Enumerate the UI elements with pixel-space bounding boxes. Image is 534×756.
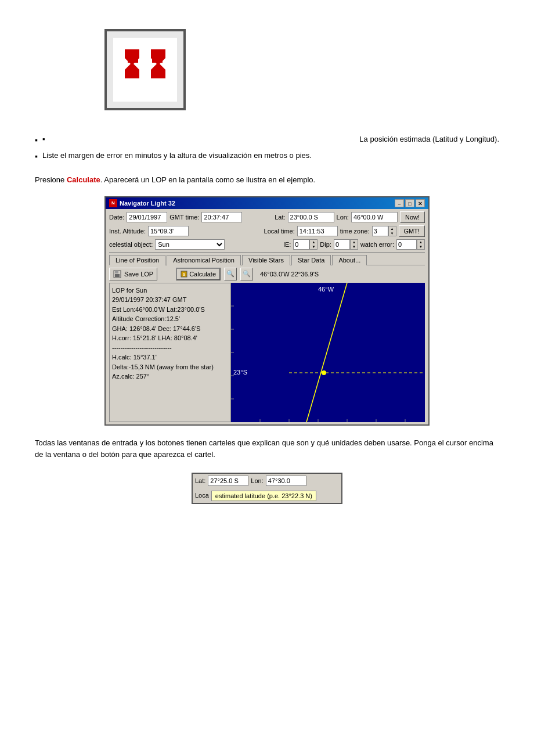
lop-line-10: Az.calc: 257° [112, 372, 228, 381]
celestial-select[interactable]: Sun [155, 239, 225, 250]
tooltip-window: Lat: Lon: Loca estimated latitude (p.e. … [192, 473, 342, 504]
bullet-list: ▪ La posición estimada (Latitud y Longit… [35, 134, 499, 163]
tooltip-demo: Lat: Lon: Loca estimated latitude (p.e. … [35, 473, 499, 504]
ie-label: IE: [283, 241, 291, 248]
svg-point-15 [322, 370, 326, 375]
lop-line-4: Altitude Correction:12.5' [112, 314, 228, 324]
calculate-label: Calculate [189, 271, 216, 278]
tooltip-lat-label: Lat: [195, 477, 205, 484]
navigator-window: N Navigator Light 32 – □ ✕ Date: GMT tim… [104, 196, 430, 426]
logo-box [104, 29, 186, 110]
dip-up[interactable]: ▲ [351, 240, 358, 244]
celestial-label: celestial object: [109, 241, 153, 248]
timezone-input[interactable] [372, 226, 388, 236]
lop-line-1: LOP for Sun [112, 286, 228, 296]
svg-rect-10 [115, 274, 120, 277]
app-icon: N [109, 199, 117, 207]
close-button[interactable]: ✕ [416, 199, 425, 207]
save-lop-label: Save LOP [124, 271, 153, 278]
ie-down[interactable]: ▼ [310, 244, 317, 249]
local-input[interactable] [297, 226, 338, 236]
tooltip-lat-input[interactable] [208, 476, 248, 486]
para1-rest: . Aparecerá un LOP en la pantalla como s… [100, 175, 315, 184]
bullet-icon-1: ▪ [42, 134, 45, 145]
bottom-paragraph: Todas las ventanas de entrada y los boto… [35, 437, 499, 462]
tab-about[interactable]: About... [332, 255, 367, 265]
gmt-label: GMT time: [169, 214, 199, 221]
watch-down[interactable]: ▼ [417, 244, 424, 249]
watch-spin-buttons: ▲ ▼ [417, 239, 425, 250]
nav-body: Date: GMT time: Lat: Lon: Now! Inst. Alt… [106, 209, 428, 424]
timezone-down[interactable]: ▼ [389, 231, 396, 236]
tab-line-of-position[interactable]: Line of Position [109, 255, 165, 265]
watch-input[interactable] [396, 239, 417, 250]
watch-spinner[interactable]: ▲ ▼ [396, 239, 425, 250]
lop-line-3: Est Lon:46°00.0'W Lat:23°00.0'S [112, 305, 228, 315]
svg-marker-7 [151, 49, 165, 78]
lon-label: Lon: [337, 214, 349, 221]
dip-spinner[interactable]: ▲ ▼ [334, 239, 358, 250]
svg-marker-6 [125, 49, 139, 78]
map-svg [231, 283, 425, 422]
calc-icon: $ [181, 271, 187, 278]
toolbar-coords: 46°03.0'W 22°36.9'S [260, 271, 319, 278]
tooltip-row-1: Lat: Lon: [193, 474, 341, 488]
date-label: Date: [109, 214, 124, 221]
para1-highlight: Calculate [67, 175, 100, 184]
local-label: Local time: [264, 228, 295, 235]
lon-input[interactable] [351, 212, 398, 222]
dip-down[interactable]: ▼ [351, 244, 358, 249]
nav-tabs: Line of Position Astronomical Position V… [109, 254, 425, 265]
ie-spin-buttons: ▲ ▼ [309, 239, 317, 250]
ie-spinner[interactable]: ▲ ▼ [293, 239, 317, 250]
timezone-spinner[interactable]: ▲ ▼ [372, 226, 396, 236]
tooltip-lon-input[interactable] [266, 476, 306, 486]
tab-astronomical-position[interactable]: Astronomical Position [167, 255, 241, 265]
nav-map-panel: 46°W 23°S [231, 283, 425, 422]
timezone-label: time zone: [340, 228, 370, 235]
tooltip-lon-label: Lon: [251, 477, 263, 484]
zoom-out-button[interactable]: 🔍 [240, 268, 253, 280]
save-lop-button[interactable]: Save LOP [109, 268, 157, 280]
title-buttons: – □ ✕ [395, 199, 425, 207]
timezone-up[interactable]: ▲ [389, 226, 396, 231]
ie-up[interactable]: ▲ [310, 240, 317, 244]
svg-line-13 [306, 283, 347, 422]
watch-up[interactable]: ▲ [417, 240, 424, 244]
nav-content: LOP for Sun 29/01/1997 20:37:47 GMT Est … [109, 283, 425, 422]
nav-text-panel: LOP for Sun 29/01/1997 20:37:47 GMT Est … [109, 283, 231, 422]
map-label-46w: 46°W [318, 286, 334, 293]
lop-line-6: H.corr: 15°21.8' LHA: 80°08.4' [112, 333, 228, 343]
nav-row-2: Inst. Altitude: Local time: time zone: ▲… [109, 225, 425, 237]
zoom-in-icon: 🔍 [226, 270, 234, 278]
inst-input[interactable] [148, 226, 189, 236]
save-icon [113, 270, 122, 278]
dip-input[interactable] [334, 239, 350, 250]
bullet-item-2: ▪ Liste el margen de error en minutos y … [35, 150, 499, 163]
nav-title-left: N Navigator Light 32 [109, 199, 175, 207]
lop-line-2: 29/01/1997 20:37:47 GMT [112, 295, 228, 305]
zoom-in-button[interactable]: 🔍 [224, 268, 237, 280]
logo-inner [113, 38, 177, 102]
gmt-button[interactable]: GMT! [399, 225, 425, 237]
tab-visible-stars[interactable]: Visible Stars [242, 255, 290, 265]
lat-input[interactable] [288, 212, 334, 222]
bullet-item-1: ▪ La posición estimada (Latitud y Longit… [35, 134, 499, 146]
date-input[interactable] [127, 212, 167, 222]
maximize-button[interactable]: □ [405, 199, 414, 207]
lop-line-9: Delta:-15,3 NM (away from the star) [112, 362, 228, 372]
inst-label: Inst. Altitude: [109, 228, 146, 235]
nav-titlebar: N Navigator Light 32 – □ ✕ [106, 197, 428, 209]
now-button[interactable]: Now! [400, 211, 425, 223]
calculate-button[interactable]: $ Calculate [176, 268, 221, 280]
tab-star-data[interactable]: Star Data [291, 255, 331, 265]
lop-line-8: H.calc: 15°37.1' [112, 352, 228, 362]
gmt-input[interactable] [201, 212, 242, 222]
window-title: Navigator Light 32 [120, 200, 175, 207]
ie-input[interactable] [293, 239, 309, 250]
timezone-spin-buttons: ▲ ▼ [388, 226, 396, 236]
paragraph-1: Presione Calculate. Aparecerá un LOP en … [35, 174, 499, 186]
logo-svg [122, 46, 168, 93]
nav-toolbar: Save LOP $ Calculate 🔍 🔍 46°03.0'W 22°36… [109, 268, 425, 280]
minimize-button[interactable]: – [395, 199, 404, 207]
